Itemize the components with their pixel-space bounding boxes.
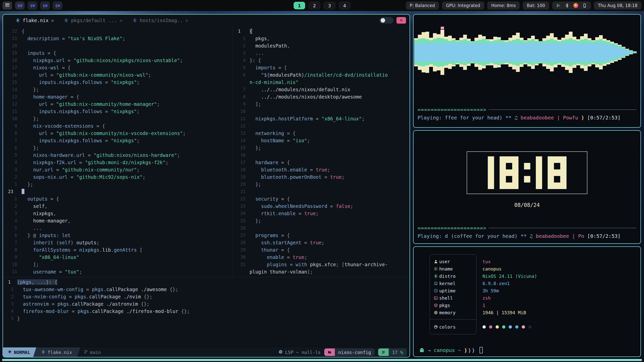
code-line[interactable]: 3 nixpkgs, bbox=[6, 210, 231, 217]
code-line[interactable]: 14 hostName = "iso"; bbox=[235, 137, 410, 144]
code-line[interactable]: 8 url = "github:nix-community/nix-vscode… bbox=[6, 130, 231, 137]
code-line[interactable]: 16 url = "github:nix-community/nixos-wsl… bbox=[6, 71, 231, 79]
code-line[interactable]: 28 ssh.startAgent = true; bbox=[235, 239, 410, 246]
code-line[interactable]: 1 }; bbox=[6, 181, 231, 188]
code-line[interactable]: 11 nixpkgs.hostPlatform = "x86_64-linux"… bbox=[235, 115, 410, 122]
code-line[interactable]: 6 } @ inputs: let bbox=[6, 232, 231, 239]
horizontal-split-separator[interactable] bbox=[3, 277, 410, 277]
code-line[interactable]: 30 enable = true; bbox=[235, 254, 410, 261]
tag-2[interactable]: 2 bbox=[309, 2, 320, 9]
code-line[interactable]: 15 }; bbox=[235, 144, 410, 152]
editor-tab[interactable]: flake.nix✕ bbox=[16, 18, 54, 23]
code-line[interactable]: 5 ... bbox=[6, 224, 231, 232]
tag-4[interactable]: 4 bbox=[339, 2, 350, 9]
code-line[interactable]: 2 self, bbox=[6, 203, 231, 210]
code-line[interactable]: 7 inherit (self) outputs; bbox=[6, 239, 231, 246]
code-line[interactable]: 6 "${modulesPath}/installer/cd-dvd/insta… bbox=[235, 71, 410, 79]
code-line[interactable]: 21 description = "tux's NixOS Flake"; bbox=[6, 35, 231, 42]
code-line[interactable]: 1 outputs = { bbox=[6, 195, 231, 203]
code-line[interactable]: 20 }; bbox=[235, 181, 410, 188]
code-line[interactable]: 7 inputs.nixpkgs.follows = "nixpkgs"; bbox=[6, 137, 231, 144]
code-line[interactable]: 18 nixpkgs.url = "github:nixos/nixpkgs/n… bbox=[6, 57, 231, 64]
code-line[interactable]: 7 ../../modules/nixos/default.nix bbox=[235, 86, 410, 93]
bluetooth-icon[interactable] bbox=[565, 3, 569, 8]
code-line[interactable]: 4 firefox-mod-blur = pkgs.callPackage ./… bbox=[6, 308, 408, 315]
workspace-button[interactable]: $W bbox=[15, 2, 25, 10]
code-line[interactable]: 23 sudo.wheelNeedsPassword = false; bbox=[235, 203, 410, 210]
code-line[interactable]: 5} bbox=[6, 315, 408, 322]
code-line[interactable]: 5 imports = [ bbox=[235, 64, 410, 71]
code-line[interactable]: 25 }; bbox=[235, 217, 410, 224]
code-line[interactable]: 2 tux-nvim-config = pkgs.callPackage ./n… bbox=[6, 293, 408, 300]
code-line[interactable]: 4}: { bbox=[235, 57, 410, 64]
code-line[interactable]: 1 tux-awesome-wm-config = pkgs.callPacka… bbox=[6, 286, 408, 293]
scissors-icon[interactable] bbox=[556, 3, 561, 8]
code-line[interactable]: 24 rtkit.enable = true; bbox=[235, 210, 410, 217]
code-line[interactable]: 9 nix-vscode-extensions = { bbox=[6, 122, 231, 130]
visualizer-bar bbox=[614, 43, 618, 61]
code-line[interactable]: 3 astronvim = pkgs.callPackage ./astronv… bbox=[6, 300, 408, 308]
code-line[interactable]: 17 hardware = { bbox=[235, 159, 410, 166]
code-line[interactable]: 22 security = { bbox=[235, 195, 410, 203]
code-line[interactable]: 8 ../../modules/nixos/desktop/awesome bbox=[235, 93, 410, 101]
tab-close-icon[interactable]: ✕ bbox=[51, 18, 54, 23]
code-line[interactable]: 5 nixos-hardware.url = "github:nixos/nix… bbox=[6, 152, 231, 159]
code-line[interactable]: 11 inputs.nixpkgs.follows = "nixpkgs"; bbox=[6, 108, 231, 115]
code-line[interactable]: n-cd-minimal.nix" bbox=[235, 79, 410, 86]
code-line[interactable]: 2 modulesPath, bbox=[235, 42, 410, 50]
editor-tab[interactable]: pkgs/default ...✕ bbox=[64, 18, 122, 23]
code-line[interactable]: 14 }; bbox=[6, 86, 231, 93]
tag-1[interactable]: 1 bbox=[294, 2, 305, 9]
fire-icon[interactable] bbox=[573, 3, 578, 8]
code-line[interactable]: 26 bbox=[235, 224, 410, 232]
code-line[interactable]: plugin thunar-volman]; bbox=[235, 268, 410, 276]
code-line[interactable]: 2 sops-nix.url = "github:Mic92/sops-nix"… bbox=[6, 173, 231, 181]
code-line[interactable]: 13 networking = { bbox=[235, 130, 410, 137]
code-line[interactable]: 4 home-manager, bbox=[6, 217, 231, 224]
code-line[interactable]: 6 }; bbox=[6, 144, 231, 152]
code-line[interactable]: 13 home-manager = { bbox=[6, 93, 231, 101]
workspace-button[interactable]: $W bbox=[28, 2, 37, 10]
code-line[interactable]: 19 bluetooth.powerOnBoot = true; bbox=[235, 173, 410, 181]
workspace-button[interactable]: $W bbox=[40, 2, 50, 10]
code-line[interactable]: 9 "x86_64-linux" bbox=[6, 254, 231, 261]
code-line[interactable]: 31 plugins = with pkgs.xfce; [thunar-arc… bbox=[235, 261, 410, 268]
phone-icon[interactable] bbox=[582, 3, 587, 8]
code-line[interactable]: 3 ... bbox=[235, 50, 410, 57]
code-line[interactable]: 1 pkgs, bbox=[235, 35, 410, 42]
visibility-toggle[interactable] bbox=[379, 17, 393, 24]
vertical-split-separator[interactable] bbox=[232, 26, 232, 277]
code-line[interactable]: 18 bluetooth.enable = true; bbox=[235, 166, 410, 173]
code-line[interactable]: 12 bbox=[235, 122, 410, 130]
code-line[interactable]: 10 ]; bbox=[6, 261, 231, 268]
code-line[interactable]: 16 bbox=[235, 152, 410, 159]
code-line[interactable]: 27 programs = { bbox=[235, 232, 410, 239]
code-line[interactable]: 9 ]; bbox=[235, 101, 410, 108]
clock-pill[interactable]: Thu Aug 08, 18:18 bbox=[594, 2, 641, 10]
code-line[interactable]: 17 nixos-wsl = { bbox=[6, 64, 231, 71]
code-line[interactable]: 3 nur.url = "github:nix-community/nur"; bbox=[6, 166, 231, 173]
code-line[interactable]: 12 url = "github:nix-community/home-mana… bbox=[6, 101, 231, 108]
code-line[interactable]: 10 }; bbox=[6, 115, 231, 122]
code-line[interactable]: 22{ bbox=[6, 28, 231, 35]
workspace-button[interactable]: $W bbox=[53, 2, 62, 10]
code-line[interactable]: 19 inputs = { bbox=[6, 50, 231, 57]
window-close-button[interactable]: ✕ bbox=[396, 17, 406, 24]
code-line[interactable]: 21 bbox=[235, 188, 410, 195]
code-line[interactable]: 11 username = "tux"; bbox=[6, 268, 231, 276]
code-line[interactable]: 29 thunar = { bbox=[235, 246, 410, 254]
code-line[interactable]: 8 forAllSystems = nixpkgs.lib.genAttrs [ bbox=[6, 246, 231, 254]
code-line[interactable]: 10 bbox=[235, 108, 410, 115]
code-line[interactable]: 4 nixpkgs-f2k.url = "github:moni-dz/nixp… bbox=[6, 159, 231, 166]
code-line[interactable]: 23 bbox=[6, 188, 231, 195]
tag-3[interactable]: 3 bbox=[324, 2, 335, 9]
tab-close-icon[interactable]: ✕ bbox=[185, 18, 188, 23]
code-line[interactable]: 15 inputs.nixpkgs.follows = "nixpkgs"; bbox=[6, 79, 231, 86]
code-line[interactable]: 1{ bbox=[235, 28, 410, 35]
editor-tab[interactable]: hosts/isoImag..✕ bbox=[133, 18, 188, 23]
launcher-button[interactable] bbox=[3, 2, 12, 10]
code-line[interactable]: 1{pkgs, ...}: { bbox=[6, 279, 408, 286]
code-line[interactable]: 20 bbox=[6, 42, 231, 50]
shell-prompt[interactable]: → canopus ~ ))) bbox=[419, 347, 483, 353]
tab-close-icon[interactable]: ✕ bbox=[119, 18, 122, 23]
